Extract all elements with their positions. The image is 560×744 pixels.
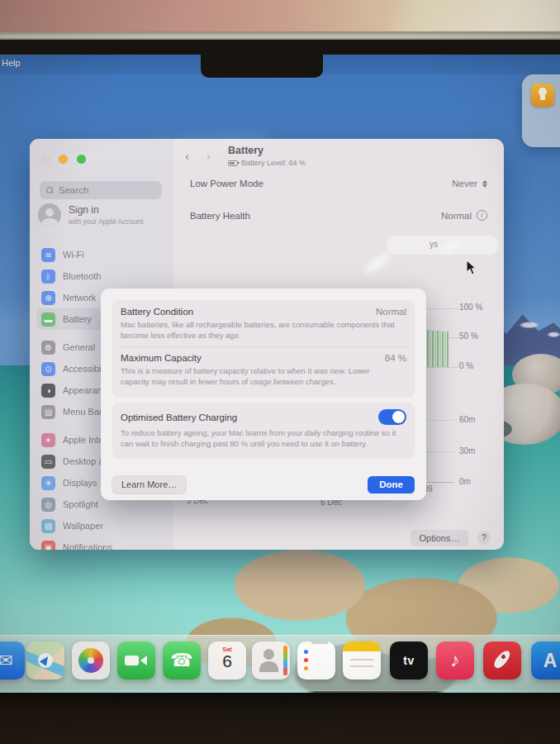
sidebar-item-icon: ≋ [41, 248, 55, 262]
facetime-dock-icon[interactable] [117, 641, 155, 680]
close-button[interactable] [41, 155, 50, 164]
sidebar-item-icon: ▤ [41, 405, 55, 419]
phone-dock-icon[interactable]: ☎ [163, 641, 201, 680]
optimised-charging-toggle[interactable] [378, 409, 406, 425]
mail-dock-icon[interactable]: ✉ [0, 641, 25, 680]
sidebar-item-label: Network [63, 293, 96, 303]
optimised-charging-description: To reduce battery ageing, your Mac learn… [121, 427, 398, 449]
bulb-base [540, 95, 545, 100]
battery-chart-ytick: 0 % [459, 361, 473, 370]
time-range-segmented-control[interactable]: ys [387, 236, 499, 255]
phone-handset-icon: ☎ [163, 641, 201, 680]
sign-in-title: Sign in [69, 204, 143, 216]
info-icon[interactable]: i [477, 210, 487, 221]
camera-notch [201, 40, 323, 78]
battery-condition-value: Normal [376, 307, 406, 317]
battery-health-label: Battery Health [190, 211, 250, 221]
video-camera-icon [125, 656, 139, 665]
app-store-dock-icon[interactable]: A [531, 641, 560, 680]
sidebar-item-icon: ✶ [41, 433, 55, 447]
zoom-button[interactable] [77, 155, 86, 164]
battery-health-value-group: Normal i [441, 210, 487, 221]
mouse-cursor [466, 260, 477, 276]
avatar [38, 203, 61, 227]
low-power-mode-row: Low Power Mode Never [190, 179, 487, 188]
lightbulb-icon [531, 83, 554, 107]
battery-condition-description: Mac batteries, like all rechargeable bat… [121, 319, 398, 341]
rocket-app-dock-icon[interactable] [483, 641, 521, 680]
minimize-button[interactable] [59, 155, 68, 164]
forward-button[interactable]: › [206, 149, 211, 163]
sidebar-item-icon: ⊙ [41, 362, 55, 376]
battery-icon [228, 160, 238, 166]
notes-dock-icon[interactable] [343, 641, 381, 680]
lightbulb-widget[interactable] [522, 74, 560, 147]
sidebar-item-icon: ☀ [41, 476, 55, 490]
sidebar-item-label: General [63, 342, 95, 352]
app-store-a-logo: A [531, 641, 560, 680]
low-power-mode-select[interactable]: Never [452, 179, 487, 188]
reminders-dock-icon[interactable] [297, 641, 335, 680]
help-button[interactable]: ? [477, 532, 491, 545]
traffic-lights [41, 152, 91, 167]
sidebar-item-label: Notifications [63, 542, 112, 550]
battery-level-text: Battery Level: 64 % [241, 159, 306, 167]
battery-condition-card: Battery Condition Normal Mac batteries, … [112, 300, 415, 398]
battery-condition-title: Battery Condition [121, 307, 193, 317]
sidebar-item-icon: ◎ [41, 498, 55, 512]
sidebar-item-icon: ⊕ [41, 291, 55, 305]
divider [121, 346, 406, 347]
rocket-icon [491, 648, 512, 670]
usage-chart-ytick: 60m [459, 415, 475, 424]
music-note-icon: ♪ [436, 641, 474, 680]
maps-dock-icon[interactable] [26, 641, 64, 680]
options-button[interactable]: Options… [411, 530, 468, 546]
optimised-charging-title: Optimised Battery Charging [121, 413, 237, 422]
contacts-dock-icon[interactable] [252, 641, 290, 680]
sidebar-item-label: Battery [63, 314, 92, 324]
search-icon [46, 187, 54, 194]
envelope-icon: ✉ [0, 641, 25, 680]
photos-flower-icon [78, 648, 103, 673]
menu-help-item[interactable]: Help [2, 58, 21, 68]
sidebar-item-icon: ▬ [41, 312, 55, 327]
photos-dock-icon[interactable] [72, 641, 110, 680]
battery-level-subtitle: Battery Level: 64 % [228, 159, 306, 167]
calendar-dock-icon[interactable]: Sat 6 [208, 641, 246, 680]
maximum-capacity-title: Maximum Capacity [121, 353, 202, 363]
sidebar-item-label: Displays [63, 478, 97, 488]
sidebar-item-label: Spotlight [63, 499, 98, 509]
battery-chart-gridline-0 [426, 367, 459, 368]
learn-more-button[interactable]: Learn More… [112, 476, 186, 494]
sidebar-item-icon: ⚙ [41, 341, 55, 355]
tv-logo: tv [390, 641, 428, 680]
search-input[interactable]: Search [40, 181, 162, 199]
battery-chart-ytick: 50 % [459, 331, 478, 341]
time-range-visible-fragment: ys [429, 240, 438, 249]
done-button[interactable]: Done [368, 476, 415, 494]
apple-tv-dock-icon[interactable]: tv [390, 641, 428, 680]
low-power-mode-value: Never [452, 179, 477, 188]
maximum-capacity-value: 84 % [385, 353, 406, 363]
sign-in-subtitle: with your Apple Account [69, 217, 143, 226]
sign-in-row[interactable]: Sign in with your Apple Account [38, 203, 143, 227]
sidebar-item[interactable]: ▣ Notifications [36, 537, 167, 550]
sidebar-item[interactable]: ᛒ Bluetooth [36, 265, 167, 287]
sidebar-item[interactable]: ≋ Wi-Fi [36, 244, 167, 265]
page-title: Battery [228, 145, 306, 156]
battery-health-dialog: Battery Condition Normal Mac batteries, … [101, 289, 426, 500]
sidebar-item-icon: ᛒ [41, 269, 55, 284]
battery-health-value: Normal [441, 211, 472, 221]
screen-bezel-bottom [0, 693, 560, 744]
sidebar-item-label: Menu Bar [63, 407, 102, 417]
music-dock-icon[interactable]: ♪ [436, 641, 474, 680]
sidebar-item-icon: ◑ [41, 384, 55, 398]
sidebar-item[interactable]: ▨ Wallpaper [36, 515, 167, 537]
usage-chart-ytick: 30m [459, 446, 475, 455]
low-power-mode-label: Low Power Mode [190, 179, 263, 188]
battery-level-bars [427, 308, 452, 367]
back-button[interactable]: ‹ [185, 149, 189, 163]
search-placeholder: Search [59, 185, 88, 195]
sidebar-item-label: Wallpaper [63, 521, 103, 531]
maximum-capacity-description: This is a measure of battery capacity re… [121, 365, 398, 387]
